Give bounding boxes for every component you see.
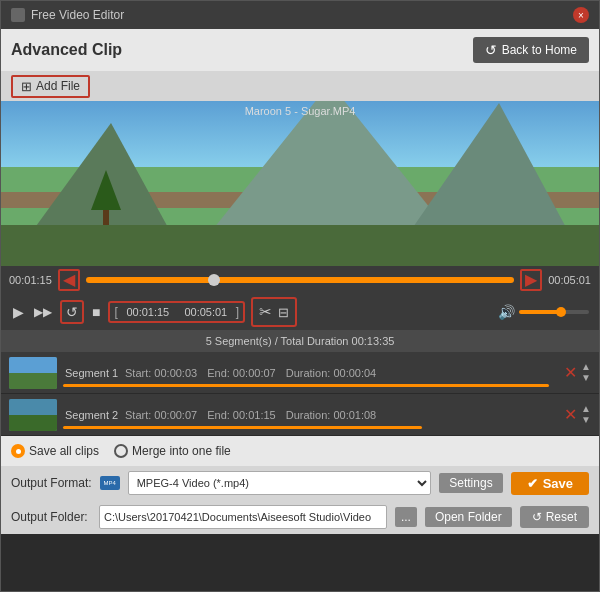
- format-icon: MP4: [100, 476, 120, 490]
- segment-2-move-buttons: ▲ ▼: [581, 404, 591, 425]
- segment-1-progress-bar: [63, 384, 549, 387]
- segment-1-move-up-button[interactable]: ▲: [581, 362, 591, 372]
- table-row: Segment 2 Start: 00:00:07 End: 00:01:15 …: [1, 394, 599, 436]
- toolbar: ⊞ Add File: [1, 71, 599, 101]
- segment-1-thumbnail: [9, 357, 57, 389]
- end-time-input[interactable]: [178, 306, 234, 318]
- segment-1-label: Segment 1: [65, 367, 125, 379]
- main-window: Free Video Editor × Advanced Clip ↺ Back…: [0, 0, 600, 592]
- merge-into-one-option[interactable]: Merge into one file: [114, 444, 231, 458]
- segment-2-remove-button[interactable]: ✕: [560, 407, 581, 423]
- save-button[interactable]: ✔ Save: [511, 472, 589, 495]
- browse-button[interactable]: ...: [395, 507, 417, 527]
- merge-into-one-radio[interactable]: [114, 444, 128, 458]
- segment-2-progress-bar: [63, 426, 422, 429]
- segment-1-end: End: 00:00:07: [207, 367, 276, 379]
- segment-2-label: Segment 2: [65, 409, 125, 421]
- reset-button[interactable]: ↺ Reset: [520, 506, 589, 528]
- title-bar: Free Video Editor ×: [1, 1, 599, 29]
- settings-button[interactable]: Settings: [439, 473, 502, 493]
- segment-2-move-down-button[interactable]: ▼: [581, 415, 591, 425]
- segment-2-end: End: 00:01:15: [207, 409, 276, 421]
- segment-info-bar: 5 Segment(s) / Total Duration 00:13:35: [1, 330, 599, 352]
- timeline-track[interactable]: [86, 277, 514, 283]
- timeline-bar: 00:01:15 ◀ ▶ 00:05:01: [1, 266, 599, 294]
- add-file-button[interactable]: ⊞ Add File: [11, 75, 90, 98]
- segment-1-start: Start: 00:00:03: [125, 367, 197, 379]
- loop-button[interactable]: ↺: [60, 300, 84, 324]
- save-all-clips-label: Save all clips: [29, 444, 99, 458]
- ground-bg: [1, 225, 599, 266]
- save-merge-bar: Save all clips Merge into one file: [1, 436, 599, 466]
- cut-button[interactable]: ✂: [257, 301, 274, 323]
- save-all-clips-radio[interactable]: [11, 444, 25, 458]
- left-marker-area: ◀: [58, 269, 80, 291]
- window-title: Free Video Editor: [31, 8, 124, 22]
- back-to-home-button[interactable]: ↺ Back to Home: [473, 37, 589, 63]
- right-marker-button[interactable]: ▶: [520, 269, 542, 291]
- video-preview: [1, 101, 599, 266]
- refresh-icon: ↺: [485, 42, 497, 58]
- reset-icon: ↺: [532, 510, 542, 524]
- tree: [91, 170, 121, 230]
- open-folder-button[interactable]: Open Folder: [425, 507, 512, 527]
- tree-top: [91, 170, 121, 210]
- app-icon: [11, 8, 25, 22]
- segments-list: Segment 1 Start: 00:00:03 End: 00:00:07 …: [1, 352, 599, 436]
- segment-2-details: Start: 00:00:07 End: 00:01:15 Duration: …: [125, 409, 560, 421]
- timeline-start-label: 00:01:15: [9, 274, 52, 286]
- video-preview-area: Maroon 5 - Sugar.MP4: [1, 101, 599, 266]
- fast-forward-button[interactable]: ▶▶: [32, 303, 54, 321]
- left-marker-button[interactable]: ◀: [58, 269, 80, 291]
- volume-icon: 🔊: [498, 304, 515, 320]
- page-title: Advanced Clip: [11, 41, 122, 59]
- save-check-icon: ✔: [527, 476, 538, 491]
- split-button[interactable]: ⊟: [276, 301, 291, 323]
- volume-slider[interactable]: [519, 310, 589, 314]
- merge-into-one-label: Merge into one file: [132, 444, 231, 458]
- table-row: Segment 1 Start: 00:00:03 End: 00:00:07 …: [1, 352, 599, 394]
- time-display: [ ]: [108, 301, 245, 323]
- stop-button[interactable]: ■: [90, 302, 102, 322]
- timeline-end-label: 00:05:01: [548, 274, 591, 286]
- right-marker-area: ▶: [520, 269, 542, 291]
- folder-path-display: C:\Users\20170421\Documents\Aiseesoft St…: [99, 505, 387, 529]
- segment-1-remove-button[interactable]: ✕: [560, 365, 581, 381]
- volume-thumb[interactable]: [556, 307, 566, 317]
- segment-2-duration: Duration: 00:01:08: [286, 409, 377, 421]
- cut-tools: ✂ ⊟: [251, 297, 297, 327]
- save-all-clips-option[interactable]: Save all clips: [11, 444, 99, 458]
- start-time-input[interactable]: [120, 306, 176, 318]
- header-bar: Advanced Clip ↺ Back to Home: [1, 29, 599, 71]
- segment-2-thumbnail: [9, 399, 57, 431]
- format-select[interactable]: MPEG-4 Video (*.mp4): [128, 471, 432, 495]
- mountain-right: [409, 103, 569, 233]
- segment-1-move-down-button[interactable]: ▼: [581, 373, 591, 383]
- video-filename: Maroon 5 - Sugar.MP4: [245, 105, 356, 117]
- segment-1-details: Start: 00:00:03 End: 00:00:07 Duration: …: [125, 367, 560, 379]
- segment-1-duration: Duration: 00:00:04: [286, 367, 377, 379]
- output-folder-row: Output Folder: C:\Users\20170421\Documen…: [1, 500, 599, 534]
- segment-1-move-buttons: ▲ ▼: [581, 362, 591, 383]
- segment-2-move-up-button[interactable]: ▲: [581, 404, 591, 414]
- volume-area: 🔊: [498, 304, 589, 320]
- controls-bar: ▶ ▶▶ ↺ ■ [ ] ✂ ⊟ 🔊: [1, 294, 599, 330]
- play-button[interactable]: ▶: [11, 302, 26, 322]
- segment-2-start: Start: 00:00:07: [125, 409, 197, 421]
- timeline-thumb[interactable]: [208, 274, 220, 286]
- add-file-icon: ⊞: [21, 79, 32, 94]
- loop-icon: ↺: [66, 304, 78, 320]
- bracket-close: ]: [236, 305, 239, 319]
- close-button[interactable]: ×: [573, 7, 589, 23]
- output-format-row: Output Format: MP4 MPEG-4 Video (*.mp4) …: [1, 466, 599, 500]
- segment-summary-text: 5 Segment(s) / Total Duration 00:13:35: [206, 335, 395, 347]
- bracket-open: [: [114, 305, 117, 319]
- format-label: Output Format:: [11, 476, 92, 490]
- folder-label: Output Folder:: [11, 510, 91, 524]
